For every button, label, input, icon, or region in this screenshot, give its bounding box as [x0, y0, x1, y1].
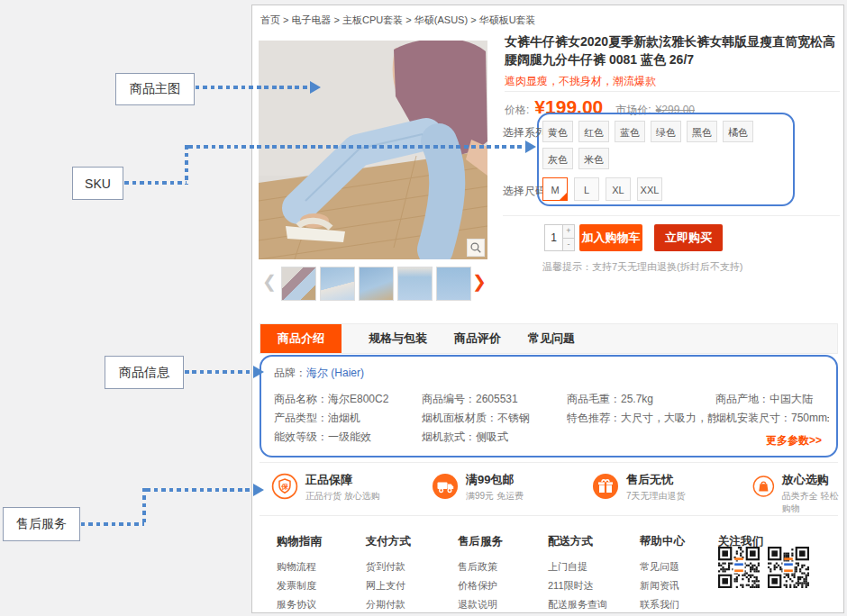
footer-link[interactable]: 货到付款	[366, 557, 411, 576]
footer-column-title: 购物指南	[277, 534, 322, 549]
qr-code	[718, 547, 760, 588]
footer-column: 帮助中心常见问题新闻资讯联系我们	[640, 534, 685, 614]
color-chip[interactable]: 米色	[578, 148, 609, 169]
next-icon[interactable]: ❯	[472, 271, 487, 293]
annotation-arrow-line	[124, 181, 187, 185]
info-field: 商品编号：2605531	[422, 390, 567, 409]
annotation-arrow-line	[188, 145, 525, 149]
divider	[260, 515, 838, 516]
color-chip[interactable]: 橘色	[723, 121, 753, 142]
footer-link[interactable]: 购物流程	[277, 557, 322, 576]
decrease-button[interactable]: -	[563, 238, 574, 251]
annotation-arrowhead	[525, 140, 536, 153]
info-field: 产品类型：油烟机	[274, 409, 422, 428]
footer-link[interactable]: 常见问题	[640, 557, 685, 576]
divider	[503, 215, 840, 216]
size-chip[interactable]: XXL	[637, 177, 662, 201]
footer-column: 配送方式上门自提211限时达配送服务查询配送费收取标准海外配送	[548, 534, 617, 616]
footer-link[interactable]: 新闻资讯	[640, 576, 685, 595]
more-params-link[interactable]: 更多参数>>	[766, 433, 822, 448]
annotation-main-image: 商品主图	[115, 73, 195, 105]
info-field: 烟机款式：侧吸式	[422, 428, 567, 447]
product-info-box: 品牌：海尔 (Haier) 商品名称：海尔E800C2商品编号：2605531商…	[260, 355, 838, 457]
info-field: 商品产地：中国大陆	[715, 390, 829, 409]
footer-link[interactable]: 售后政策	[458, 557, 510, 576]
footer-column-title: 支付方式	[366, 534, 411, 549]
color-chip[interactable]: 蓝色	[615, 121, 645, 142]
prev-icon[interactable]: ❮	[262, 271, 277, 293]
info-grid: 商品名称：海尔E800C2商品编号：2605531商品毛重：25.7kg商品产地…	[274, 390, 829, 447]
thumbnail[interactable]	[397, 267, 433, 301]
brand-label: 品牌：	[274, 367, 306, 379]
size-chip[interactable]: L	[574, 177, 599, 201]
annotated-screenshot: 首页 > 电子电器 > 主板CPU套装 > 华硕(ASUS) > 华硕板U套装	[0, 0, 847, 616]
color-chip[interactable]: 黄色	[542, 121, 573, 142]
product-subtitle: 遮肉显瘦，不挑身材，潮流爆款	[505, 74, 656, 89]
color-chip-group: 黄色红色蓝色绿色黑色橘色灰色米色	[542, 121, 770, 175]
annotation-arrowhead	[253, 484, 264, 496]
color-chip[interactable]: 绿色	[651, 121, 681, 142]
footer-link[interactable]: 配送服务查询	[548, 595, 617, 614]
size-chip[interactable]: XL	[606, 177, 631, 201]
thumbnail[interactable]	[281, 267, 316, 301]
price-label: 价格:	[505, 103, 529, 118]
qr-code	[768, 547, 809, 588]
service-subtitle: 7天无理由退货	[626, 490, 686, 503]
color-chip[interactable]: 灰色	[542, 148, 573, 169]
annotation-arrow-line	[142, 488, 146, 526]
gift-icon	[592, 473, 619, 500]
purchase-tip: 温馨提示：支持7天无理由退换(拆封后不支持)	[542, 260, 742, 274]
footer-link[interactable]: 联系我们	[640, 595, 685, 614]
tab-商品介绍[interactable]: 商品介绍	[260, 324, 342, 353]
shield-badge-icon: 保	[271, 473, 298, 500]
footer-link[interactable]: 价格保护	[458, 576, 510, 595]
service-item: 满99包邮 满99元 免运费	[432, 473, 524, 503]
size-chip[interactable]: M	[542, 177, 568, 201]
thumbnail[interactable]	[320, 267, 355, 301]
thumbnail-strip: ❮ ❯	[259, 265, 487, 303]
service-title: 正品保障	[305, 473, 380, 487]
color-chip[interactable]: 红色	[578, 121, 609, 142]
tab-常见问题[interactable]: 常见问题	[528, 331, 575, 347]
truck-icon	[432, 473, 459, 500]
info-field: 烟机安装尺寸：750mm±50mm（烟...	[715, 409, 829, 428]
annotation-arrowhead	[310, 81, 321, 94]
annotation-arrow-line	[196, 86, 310, 89]
footer-column: 支付方式货到付款网上支付分期付款银行转帐	[366, 534, 411, 616]
product-title: 女裤牛仔裤女2020夏季新款泫雅长裤女韩版显瘦直筒宽松高腰阔腿九分牛仔裤 008…	[505, 32, 842, 68]
footer-link[interactable]: 退款说明	[458, 595, 510, 614]
thumbnail[interactable]	[436, 267, 471, 301]
buy-now-button[interactable]: 立即购买	[654, 224, 723, 251]
footer-column: 购物指南购物流程发票制度服务协议会员优惠	[277, 534, 322, 616]
bag-icon	[752, 473, 775, 500]
service-item: 放心选购 品类齐全 轻松购物	[752, 473, 843, 515]
footer-link[interactable]: 分期付款	[366, 595, 411, 614]
footer-link[interactable]: 发票制度	[277, 576, 322, 595]
breadcrumb[interactable]: 首页 > 电子电器 > 主板CPU套装 > 华硕(ASUS) > 华硕板U套装	[260, 14, 536, 27]
quantity-stepper: + -	[544, 224, 575, 251]
size-chip-group: MLXLXXL	[542, 177, 669, 201]
service-subtitle: 品类齐全 轻松购物	[782, 490, 843, 515]
footer-link[interactable]: 211限时达	[548, 576, 617, 595]
footer-link[interactable]: 服务协议	[277, 595, 322, 614]
service-title: 售后无忧	[626, 473, 686, 487]
tab-商品评价[interactable]: 商品评价	[454, 331, 501, 347]
product-page-panel: 首页 > 电子电器 > 主板CPU套装 > 华硕(ASUS) > 华硕板U套装	[251, 5, 844, 613]
stepper-buttons: + -	[562, 225, 574, 250]
quantity-input[interactable]	[545, 225, 562, 250]
zoom-icon[interactable]	[467, 239, 485, 257]
service-subtitle: 正品行货 放心选购	[305, 490, 380, 503]
info-field: 商品名称：海尔E800C2	[274, 390, 422, 409]
service-title: 满99包邮	[466, 473, 524, 487]
thumbnail[interactable]	[359, 267, 394, 301]
increase-button[interactable]: +	[563, 225, 574, 238]
add-to-cart-button[interactable]: 加入购物车	[579, 224, 642, 251]
tab-规格与包装[interactable]: 规格与包装	[369, 331, 427, 347]
color-chip[interactable]: 黑色	[687, 121, 717, 142]
footer-link[interactable]: 网上支付	[366, 576, 411, 595]
footer-link[interactable]: 上门自提	[548, 557, 617, 576]
brand-link[interactable]: 海尔 (Haier)	[306, 367, 364, 379]
service-item: 保 正品保障 正品行货 放心选购	[271, 473, 380, 503]
annotation-arrow-line	[146, 488, 253, 492]
product-main-image[interactable]	[259, 41, 487, 259]
